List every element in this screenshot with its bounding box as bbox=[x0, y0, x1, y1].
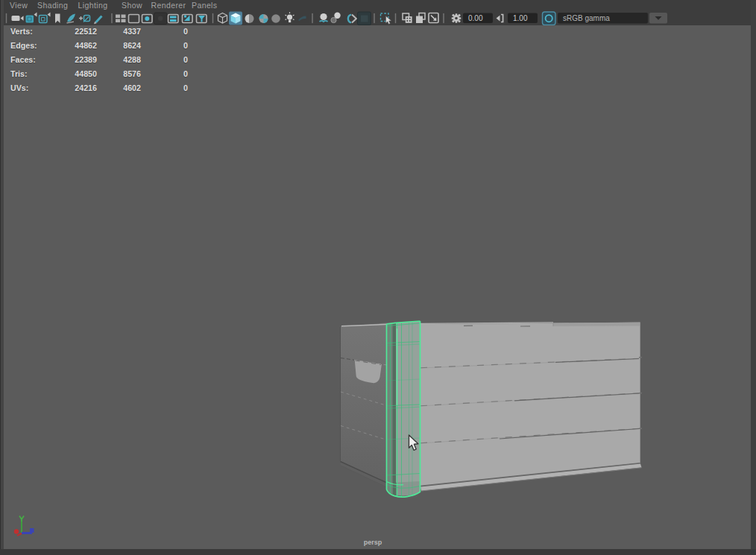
svg-text:sRGB gamma: sRGB gamma bbox=[563, 14, 610, 22]
svg-text:1.00: 1.00 bbox=[513, 14, 528, 22]
svg-text:0.00: 0.00 bbox=[468, 14, 483, 22]
